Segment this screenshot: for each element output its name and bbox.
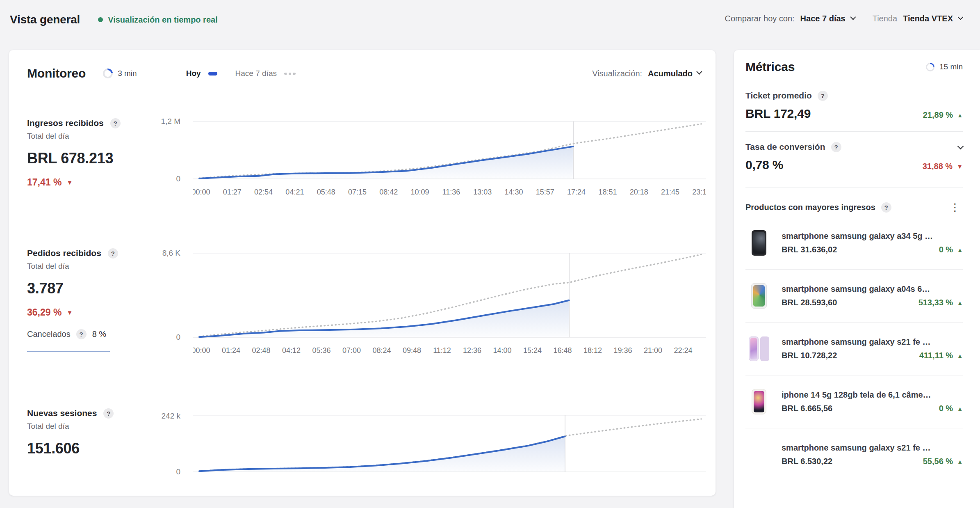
x-tick-label: 07:00	[342, 346, 361, 355]
store-dropdown[interactable]: Tienda VTEX	[903, 14, 962, 23]
store-label: Tienda	[873, 14, 897, 23]
product-thumbnail	[745, 282, 773, 309]
legend-today-label[interactable]: Hoy	[186, 69, 201, 78]
stat-value: 151.606	[27, 440, 175, 457]
x-tick-label: 21:45	[661, 188, 679, 197]
x-tick-label: 08:24	[372, 346, 391, 355]
collapse-chevron-icon[interactable]	[957, 143, 964, 149]
down-arrow-icon: ▼	[66, 309, 73, 316]
x-tick-label: 11:36	[442, 188, 460, 197]
x-tick-label: 00:00	[193, 188, 210, 197]
metric-value: BRL 172,49	[745, 107, 811, 121]
stat-value: 3.787	[27, 280, 175, 297]
monitor-chart-svg[interactable]	[193, 251, 706, 340]
stat-title: Ingresos recibidos	[27, 118, 104, 128]
metric-label: Tasa de conversión	[745, 142, 825, 152]
help-icon[interactable]: ?	[818, 91, 828, 101]
y-axis-max-label: 242 k	[144, 411, 180, 421]
realtime-indicator: Visualización en tiempo real	[98, 15, 218, 25]
x-tick-label: 19:36	[613, 346, 632, 355]
metric-label: Ticket promedio	[745, 91, 812, 101]
product-name: iphone 14 5g 128gb tela de 6,1 câme…	[782, 390, 963, 400]
x-tick-label: 05:48	[317, 188, 335, 197]
chart-sesiones[interactable]	[193, 413, 706, 476]
legend-compare-label[interactable]: Hace 7 días	[235, 69, 277, 78]
help-icon[interactable]: ?	[881, 202, 891, 213]
compare-value[interactable]: Hace 7 días	[800, 14, 846, 23]
x-tick-label: 14:00	[493, 346, 511, 355]
change-value: 513,33 %	[918, 298, 953, 307]
metric-change: 21,89 % ▲	[923, 110, 963, 120]
monitor-card: Monitoreo 3 min Hoy Hace 7 días Visualiz…	[9, 50, 716, 496]
x-tick-label: 02:48	[252, 346, 270, 355]
product-item[interactable]: smartphone samsung galaxy s21 fe … BRL 1…	[745, 323, 963, 375]
realtime-label: Visualización en tiempo real	[108, 15, 218, 25]
y-axis-max-label: 1,2 M	[144, 117, 180, 126]
monitor-chart-svg[interactable]	[193, 413, 706, 474]
monitor-header: Monitoreo 3 min Hoy Hace 7 días Visualiz…	[27, 66, 701, 80]
refresh-spinner-icon	[924, 61, 937, 73]
delta-value: 17,41 %	[27, 177, 62, 188]
x-tick-label: 15:57	[536, 188, 554, 197]
products-list: smartphone samsung galaxy a34 5g … BRL 3…	[745, 217, 963, 481]
chevron-down-icon	[850, 14, 856, 20]
x-tick-label: 07:15	[348, 188, 367, 197]
store-value[interactable]: Tienda VTEX	[903, 14, 953, 23]
up-arrow-icon: ▲	[957, 405, 963, 412]
x-tick-label: 01:27	[223, 188, 242, 197]
product-item[interactable]: smartphone samsung galaxy a34 5g … BRL 3…	[745, 217, 963, 270]
up-arrow-icon: ▲	[957, 112, 963, 119]
monitor-chart-svg[interactable]	[193, 119, 706, 181]
help-icon[interactable]: ?	[831, 142, 841, 152]
x-tick-label: 13:03	[473, 188, 492, 197]
x-tick-label: 23:12	[692, 188, 706, 197]
refresh-spinner-icon	[101, 66, 115, 80]
change-value: 0 %	[939, 245, 953, 254]
page-title: Vista general	[10, 13, 80, 26]
today-area-fill	[199, 437, 565, 472]
help-icon[interactable]: ?	[76, 329, 87, 339]
cancelados-underline	[27, 351, 110, 352]
products-title: Productos con mayores ingresos	[745, 203, 875, 212]
help-icon[interactable]: ?	[103, 408, 114, 419]
x-tick-label: 10:09	[411, 188, 429, 197]
x-tick-label: 18:51	[598, 188, 617, 197]
stat-title: Nuevas sesiones	[27, 408, 97, 419]
x-tick-label: 04:12	[282, 346, 301, 355]
up-arrow-icon: ▲	[957, 247, 963, 253]
kebab-menu-icon[interactable]: ⋮	[947, 203, 963, 211]
stat-subtitle: Total del día	[27, 132, 175, 141]
product-item[interactable]: iphone 14 5g 128gb tela de 6,1 câme… BRL…	[745, 375, 963, 428]
metric-conversion-header: Tasa de conversión ?	[745, 142, 963, 152]
monitor-title: Monitoreo	[27, 66, 86, 80]
help-icon[interactable]: ?	[108, 248, 118, 259]
chart-ingresos[interactable]	[193, 119, 706, 183]
product-change: 411,11 % ▲	[919, 351, 963, 360]
view-selector[interactable]: Visualización: Acumulado	[592, 69, 701, 78]
product-item[interactable]: smartphone samsung galaxy a04s 6… BRL 28…	[745, 270, 963, 323]
cancelados-value: 8 %	[92, 330, 106, 339]
product-item[interactable]: smartphone samsung galaxy s21 fe … BRL 6…	[745, 428, 963, 481]
compare-dropdown[interactable]: Hace 7 días	[800, 14, 855, 23]
x-tick-label: 15:24	[523, 346, 542, 355]
product-revenue: BRL 6.665,56	[782, 404, 832, 413]
y-axis-zero-label: 0	[144, 332, 180, 342]
x-axis-ticks: 00:0001:2402:4804:1205:3607:0008:2409:48…	[193, 346, 706, 357]
stat-subtitle: Total del día	[27, 422, 175, 431]
chart-pedidos[interactable]	[193, 251, 706, 341]
chevron-down-icon	[957, 14, 963, 20]
down-arrow-icon: ▼	[66, 179, 73, 186]
x-tick-label: 17:24	[567, 188, 586, 197]
product-revenue: BRL 10.728,22	[782, 351, 837, 360]
delta-value: 36,29 %	[27, 307, 62, 318]
chevron-down-icon	[696, 69, 702, 75]
x-axis-ticks: 00:0001:2702:5404:2105:4807:1508:4210:09…	[193, 188, 706, 199]
x-tick-label: 02:54	[254, 188, 273, 197]
dashboard-page: Vista general Visualización en tiempo re…	[0, 0, 980, 508]
product-thumbnail	[745, 388, 773, 415]
view-label: Visualización:	[592, 69, 642, 78]
view-value[interactable]: Acumulado	[648, 69, 693, 78]
change-value: 31,88 %	[923, 162, 953, 171]
change-value: 55,56 %	[923, 457, 953, 466]
help-icon[interactable]: ?	[110, 118, 121, 128]
